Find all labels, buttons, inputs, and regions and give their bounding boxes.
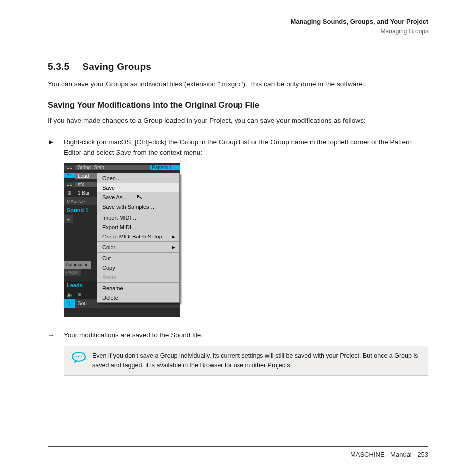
result-arrow: → [48,331,57,339]
group-id: C1 [64,165,75,170]
tip-box: Even if you don't save a Group individua… [64,346,428,376]
step-bullet: ► [48,137,57,158]
header-rule [48,39,428,39]
speech-bubble-icon [71,351,86,364]
paragraph-2: If you have made changes to a Group load… [48,116,428,126]
menu-item[interactable]: Save with Samples… [97,202,179,211]
menu-item: Paste [97,272,179,282]
svg-point-2 [78,356,80,358]
menu-separator [97,252,179,253]
menu-separator [97,212,179,212]
submenu-arrow-icon: ▶ [172,245,175,250]
result-line: → Your modifications are saved to the So… [48,331,428,339]
group-id: D1 [64,173,75,179]
menu-item[interactable]: Export MIDI… [97,222,179,232]
menu-item[interactable]: Rename [97,283,179,293]
menu-item[interactable]: Color▶ [97,242,179,252]
step-text-b: from the context menu: [131,149,202,156]
pages-tab[interactable]: Pages [64,269,81,276]
svg-point-1 [76,356,77,358]
menu-item[interactable]: Group MIDI Batch Setup▶ [97,232,179,241]
step-1: ► Right-click (on macOS: [Ctrl]-click) t… [48,137,428,158]
menu-icon[interactable]: ≡ [78,291,81,297]
page-footer: MASCHINE - Manual - 253 [48,446,428,458]
menu-separator [97,282,179,283]
group-name: String- Stab [75,165,150,171]
menu-item[interactable]: Save [97,183,179,192]
heading-number: 5.3.5 [48,61,69,72]
running-header: Managing Sounds, Groups, and Your Projec… [48,17,428,36]
intro-paragraph: You can save your Groups as individual f… [48,79,428,90]
subheading: Saving Your Modifications into the Origi… [48,100,428,110]
speaker-icon[interactable]: 🔈 [67,291,74,298]
submenu-arrow-icon: ▶ [172,234,175,239]
group-id: E1 [64,182,75,187]
section-title: Managing Groups [48,27,428,36]
menu-item[interactable]: Cut [97,253,179,263]
footer-rule [48,446,428,447]
heading-title: Saving Groups [82,61,151,72]
result-text: Your modifications are saved to the Soun… [64,331,203,339]
svg-point-3 [81,356,82,358]
pattern-tab[interactable]: Pattern 1 [150,165,180,170]
chapter-title: Managing Sounds, Groups, and Your Projec… [48,17,428,27]
grid-icon: ⊞ [64,190,75,196]
group-row-c1[interactable]: C1 String- Stab Pattern 1 [64,163,180,172]
step-text: Right-click (on macOS: [Ctrl]-click) the… [64,137,428,158]
menu-item[interactable]: Import MIDI… [97,213,179,222]
heading: 5.3.5 Saving Groups [48,61,428,72]
menu-item[interactable]: Delete [97,293,179,302]
menu-item[interactable]: Open… [97,173,179,183]
screenshot: C1 String- Stab Pattern 1 D1 Lead E1 sfx… [64,163,180,317]
automation-tab[interactable]: Automation [64,261,91,269]
tip-text: Even if you don't save a Group individua… [92,351,421,370]
slot-number: 1 [64,299,75,308]
step-text-em: Save [116,149,131,156]
menu-item[interactable]: Copy [97,263,179,272]
add-button[interactable]: + [64,215,73,223]
menu-separator [97,241,179,242]
footer-text: MASCHINE - Manual - 253 [48,451,428,458]
